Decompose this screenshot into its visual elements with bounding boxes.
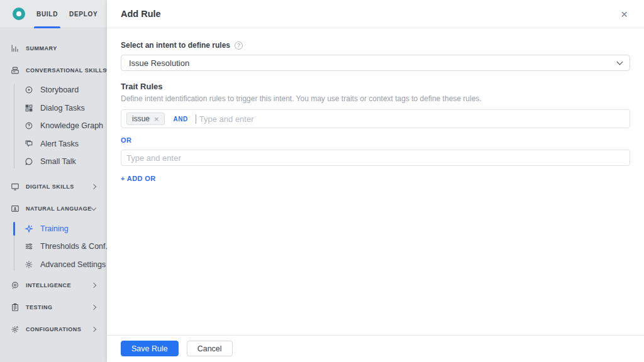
sidebar-item-storyboard[interactable]: Storyboard: [0, 81, 107, 99]
add-or-link[interactable]: + ADD OR: [121, 175, 156, 182]
sidebar-item-label: Dialog Tasks: [40, 104, 85, 112]
small-talk-icon: [24, 157, 33, 167]
sidebar-item-label: INTELLIGENCE: [26, 282, 71, 288]
intelligence-icon: [10, 280, 19, 290]
active-indicator: [13, 222, 15, 236]
sidebar-item-label: Alert Tasks: [40, 140, 79, 148]
training-icon: [24, 224, 33, 233]
help-icon[interactable]: ?: [235, 41, 243, 50]
panel-header: Add Rule ×: [107, 0, 644, 28]
chip-remove-icon[interactable]: ×: [154, 115, 159, 123]
knowledge-graph-icon: [24, 121, 33, 131]
dialog-tasks-icon: [24, 103, 33, 112]
natural-language-icon: [10, 204, 19, 214]
sidebar-item-knowledge-graph[interactable]: Knowledge Graph: [0, 117, 107, 135]
sidebar-item-label: Training: [40, 224, 69, 233]
conversational-skills-icon: [10, 65, 19, 75]
sidebar-item-digital-skills[interactable]: DIGITAL SKILLS: [0, 176, 107, 198]
chevron-down-icon: [91, 205, 96, 210]
storyboard-icon: [24, 85, 33, 95]
trait-rules-description: Define intent identification rules to tr…: [121, 94, 630, 103]
configurations-icon: [10, 324, 19, 334]
panel-footer: Save Rule Cancel: [107, 335, 644, 356]
sidebar-item-advanced-settings[interactable]: Advanced Settings: [0, 256, 107, 274]
sidebar-item-dialog-tasks[interactable]: Dialog Tasks: [0, 99, 107, 118]
gear-icon: [24, 260, 33, 269]
sidebar-item-label: Advanced Settings: [40, 260, 106, 269]
chevron-right-icon: [91, 304, 96, 309]
trait-rules-title: Trait Rules: [121, 82, 630, 91]
or-label: OR: [121, 136, 630, 144]
thresholds-icon: [24, 242, 33, 251]
sidebar-item-label: Thresholds & Conf...: [40, 242, 112, 251]
sidebar-item-label: Small Talk: [40, 157, 76, 166]
sidebar-item-label: CONFIGURATIONS: [26, 326, 81, 332]
sidebar-item-intelligence[interactable]: INTELLIGENCE: [0, 274, 107, 296]
sidebar-item-label: Knowledge Graph: [40, 121, 103, 130]
rule-chip: issue ×: [126, 112, 165, 125]
tab-build[interactable]: BUILD: [36, 0, 58, 28]
sidebar-item-natural-language[interactable]: NATURAL LANGUAGE: [0, 198, 107, 220]
and-operator-label: AND: [174, 116, 188, 123]
monitor-icon: [10, 182, 19, 192]
trait-rule-input-1[interactable]: issue × AND: [121, 109, 630, 128]
sidebar-item-label: NATURAL LANGUAGE: [26, 206, 92, 212]
chevron-right-icon: [91, 282, 96, 287]
alert-tasks-icon: [24, 139, 33, 148]
sidebar-item-configurations[interactable]: CONFIGURATIONS: [0, 318, 107, 340]
intent-label: Select an intent to define rules: [121, 41, 230, 50]
chevron-right-icon: [91, 326, 96, 331]
sidebar-item-thresholds[interactable]: Thresholds & Conf...: [0, 238, 107, 256]
sidebar-item-summary[interactable]: SUMMARY: [0, 37, 107, 59]
rule1-text-input[interactable]: [199, 114, 625, 124]
kore-logo-icon: [13, 8, 25, 20]
page-title: Add Rule: [121, 9, 161, 19]
sidebar-topbar: BUILD DEPLOY: [0, 0, 107, 28]
intent-label-row: Select an intent to define rules ?: [121, 41, 630, 50]
sidebar-item-label: TESTING: [26, 304, 53, 310]
intent-select[interactable]: Issue Resolution: [121, 55, 630, 71]
tab-deploy[interactable]: DEPLOY: [69, 0, 97, 28]
natural-language-group: Training Thresholds & Conf... Advanced S…: [0, 220, 107, 274]
sidebar-item-label: CONVERSATIONAL SKILLS: [26, 67, 107, 74]
sidebar-item-training[interactable]: Training: [0, 220, 107, 238]
intent-selected-value: Issue Resolution: [129, 58, 189, 68]
testing-icon: [10, 302, 19, 312]
cancel-button[interactable]: Cancel: [187, 341, 233, 356]
rule2-text-input[interactable]: [126, 153, 625, 163]
sidebar-item-small-talk[interactable]: Small Talk: [0, 153, 107, 171]
text-caret: [196, 114, 196, 124]
save-rule-button[interactable]: Save Rule: [121, 341, 179, 356]
bar-chart-icon: [10, 43, 19, 53]
rule-chip-label: issue: [132, 114, 150, 123]
chevron-down-icon: [617, 58, 623, 65]
sidebar-item-label: SUMMARY: [26, 45, 57, 52]
sidebar-item-testing[interactable]: TESTING: [0, 296, 107, 318]
panel-content: Select an intent to define rules ? Issue…: [107, 28, 644, 184]
trait-rule-input-2[interactable]: [121, 150, 630, 166]
close-icon[interactable]: ×: [618, 7, 630, 21]
sidebar-nav: SUMMARY CONVERSATIONAL SKILLS Storyboard: [0, 28, 107, 340]
sidebar-item-conversational-skills[interactable]: CONVERSATIONAL SKILLS: [0, 59, 107, 81]
chevron-right-icon: [91, 184, 96, 189]
add-rule-panel: Add Rule × Select an intent to define ru…: [107, 0, 644, 362]
app-window: BUILD DEPLOY SUMMARY CONVERSATIONAL SKIL…: [0, 0, 644, 362]
sidebar: BUILD DEPLOY SUMMARY CONVERSATIONAL SKIL…: [0, 0, 107, 362]
sidebar-item-label: DIGITAL SKILLS: [26, 184, 74, 190]
sidebar-item-label: Storyboard: [40, 85, 79, 94]
sidebar-item-alert-tasks[interactable]: Alert Tasks: [0, 135, 107, 153]
conversational-skills-group: Storyboard Dialog Tasks Knowledge Graph: [0, 81, 107, 171]
